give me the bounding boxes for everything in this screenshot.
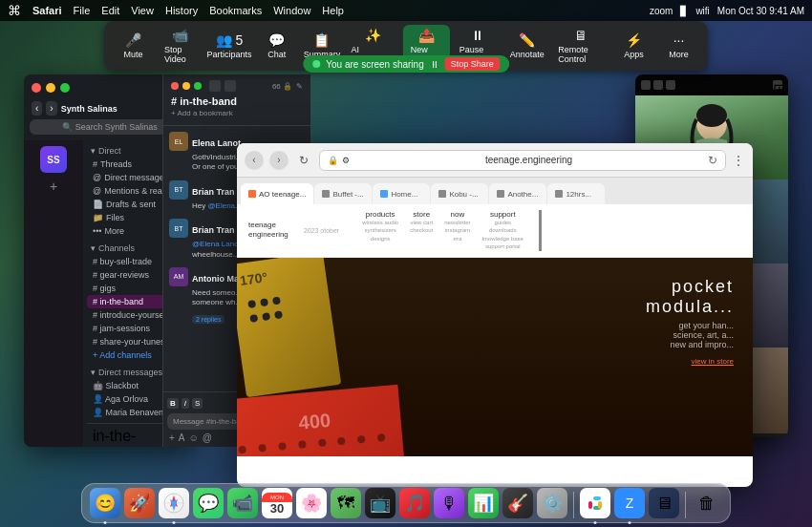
dock-music[interactable]: 🎵: [399, 488, 430, 518]
dock-calendar[interactable]: MON 30: [262, 488, 292, 518]
zoom-ctrl-1[interactable]: [641, 80, 651, 90]
browser-menu-button[interactable]: ⋮: [732, 153, 745, 168]
menu-help[interactable]: Help: [322, 5, 344, 16]
tab-another[interactable]: Anothe...: [489, 183, 546, 204]
dock-logic[interactable]: 🎸: [502, 488, 533, 518]
browser-tabs: AO teenage... Buffet -... Home... Kobu -…: [237, 178, 753, 204]
dock-photos[interactable]: 🌸: [296, 488, 327, 518]
site-hero: 170° 400: [237, 258, 753, 456]
chevron-down-icon: ▾: [91, 146, 96, 156]
strike-button[interactable]: S: [192, 398, 203, 409]
menu-bookmarks[interactable]: Bookmarks: [209, 5, 262, 16]
dock: 😊 🚀 💬 📹: [81, 483, 731, 523]
zoom-icon: zoom: [650, 6, 673, 16]
browser-back-button[interactable]: ‹: [245, 151, 264, 170]
dm-icon: @: [93, 173, 101, 182]
tab-kobu[interactable]: Kobu -...: [431, 183, 488, 204]
text-format-icon[interactable]: A: [179, 432, 185, 443]
bold-button[interactable]: B: [167, 398, 179, 409]
zoom-chat-button[interactable]: 💬 Chat: [255, 30, 298, 62]
add-workspace-button[interactable]: +: [50, 179, 57, 194]
zoom-ctrl-3[interactable]: [666, 80, 675, 90]
maximize-button[interactable]: [60, 83, 70, 93]
participants-label: Participants: [206, 50, 251, 59]
zoom-annotate-button[interactable]: ✏️ Annotate: [505, 30, 548, 62]
tab-12hrs[interactable]: 12hrs...: [547, 183, 605, 204]
close-button[interactable]: [32, 83, 41, 93]
dock-slack[interactable]: [580, 488, 610, 518]
tab-buffet[interactable]: Buffet -...: [314, 183, 372, 204]
site-date: 2023 otober: [304, 227, 339, 234]
url-favicon: ⚙: [342, 156, 350, 165]
menu-file[interactable]: File: [74, 5, 91, 16]
pause-share-icon: ⏸: [471, 28, 484, 43]
add-bookmark-link[interactable]: + Add a bookmark: [171, 107, 303, 119]
slack-sidebar-icons: SS +: [24, 140, 83, 447]
emoji-icon[interactable]: ☺: [189, 432, 199, 443]
reload-icon[interactable]: ↻: [708, 154, 717, 167]
dock-safari[interactable]: [159, 488, 189, 518]
tab-favicon-2: [322, 190, 330, 198]
nav-now[interactable]: now newsletter instagram era: [444, 210, 470, 251]
tab-teenage[interactable]: AO teenage...: [241, 183, 313, 204]
avatar-brian2: BT: [169, 219, 188, 238]
zoom-stop-video-button[interactable]: 📹 Stop Video: [157, 25, 203, 67]
mute-icon: 🎤: [125, 32, 141, 48]
italic-button[interactable]: I: [182, 398, 189, 409]
zoom-grid-view-button[interactable]: ⊞: [773, 80, 782, 90]
nav-support[interactable]: support guides downloads knowledge base …: [482, 210, 524, 251]
menu-safari[interactable]: Safari: [32, 5, 62, 16]
dock-messages[interactable]: 💬: [193, 488, 224, 518]
nav-back-button[interactable]: ‹: [32, 101, 42, 116]
dock-numbers[interactable]: 📊: [468, 488, 499, 518]
menu-view[interactable]: View: [131, 5, 154, 16]
tab-home[interactable]: Home...: [373, 183, 430, 204]
nav-forward-button[interactable]: ›: [46, 101, 56, 116]
dock-settings[interactable]: ⚙️: [537, 488, 567, 518]
zoom-remote-button[interactable]: 🖥 Remote Control: [550, 25, 610, 67]
zoom-mute-button[interactable]: 🎤 Mute: [112, 30, 155, 62]
nav-store[interactable]: store view cart checkout: [410, 210, 433, 251]
brand-logo[interactable]: teenage engineering: [248, 221, 288, 241]
dock-facetime[interactable]: 📹: [227, 488, 258, 518]
wifi-icon: wifi: [695, 6, 709, 16]
zoom-apps-button[interactable]: ⚡ Apps: [612, 30, 655, 62]
dock-launchpad[interactable]: 🚀: [124, 488, 155, 518]
browser-address-bar[interactable]: 🔒 ⚙ teenage.engineering ↻: [319, 150, 726, 171]
zoom-participants-button[interactable]: 👥 5 Participants: [204, 30, 253, 62]
browser-reload-button[interactable]: ↻: [294, 151, 313, 170]
view-in-store-link[interactable]: view in store: [646, 357, 734, 366]
desktop: ⌘ Safari File Edit View History Bookmark…: [0, 0, 812, 527]
msg-name-elena: Elena Lanot: [192, 138, 241, 148]
dock-dot-zoom: [629, 521, 631, 524]
new-share-icon: 📤: [418, 28, 435, 43]
dock-tv[interactable]: 📺: [365, 488, 395, 518]
replies-button[interactable]: 2 replies: [192, 315, 224, 324]
zoom-ctrl-2[interactable]: [653, 80, 663, 90]
browser-forward-button[interactable]: ›: [269, 151, 288, 170]
dock-screen[interactable]: 🖥: [649, 488, 679, 518]
dock-podcasts[interactable]: 🎙: [434, 488, 464, 518]
threads-icon: #: [93, 159, 97, 169]
minimize-button[interactable]: [46, 83, 55, 93]
zoom-more-button[interactable]: ··· More: [657, 30, 700, 62]
plus-icon[interactable]: +: [169, 432, 175, 443]
tab-favicon-4: [438, 190, 446, 198]
nav-products[interactable]: products wireless audio synthesizers des…: [362, 210, 398, 251]
stop-share-button[interactable]: Stop Share: [445, 57, 500, 71]
hero-text-overlay: pocketmodula... get your han...science, …: [646, 277, 734, 366]
menu-edit[interactable]: Edit: [101, 5, 119, 16]
teenage-engineering-site: teenage engineering 2023 otober products…: [237, 204, 753, 460]
dock-maps[interactable]: 🗺: [331, 488, 361, 518]
menu-window[interactable]: Window: [273, 5, 310, 16]
menubar-right: zoom ▊ wifi Mon Oct 30 9:41 AM: [650, 6, 804, 16]
hero-title: pocketmodula...: [646, 277, 734, 317]
dock-trash[interactable]: 🗑: [692, 488, 722, 518]
workspace-avatar[interactable]: SS: [40, 146, 67, 173]
menu-history[interactable]: History: [165, 5, 198, 16]
dock-zoom[interactable]: Z: [614, 488, 645, 518]
dock-finder[interactable]: 😊: [90, 488, 120, 518]
apple-menu[interactable]: ⌘: [8, 3, 21, 18]
at-icon[interactable]: @: [203, 432, 212, 443]
green-dot: [312, 60, 320, 68]
